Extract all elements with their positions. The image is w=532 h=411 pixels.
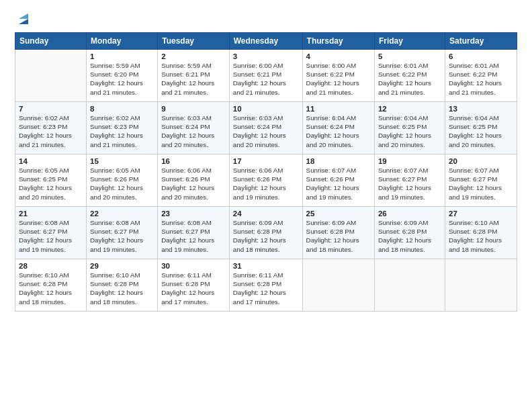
calendar-week-1: 1Sunrise: 5:59 AM Sunset: 6:20 PM Daylig… <box>15 50 517 102</box>
calendar-cell: 17Sunrise: 6:06 AM Sunset: 6:26 PM Dayli… <box>229 154 302 207</box>
calendar-week-2: 7Sunrise: 6:02 AM Sunset: 6:23 PM Daylig… <box>15 102 517 154</box>
calendar-cell <box>374 259 445 312</box>
day-info: Sunrise: 6:02 AM Sunset: 6:23 PM Dayligh… <box>19 113 83 149</box>
day-number: 22 <box>90 210 154 218</box>
calendar-cell <box>445 259 517 312</box>
day-number: 3 <box>233 52 299 60</box>
column-header-monday: Monday <box>86 33 157 50</box>
calendar-cell: 29Sunrise: 6:10 AM Sunset: 6:28 PM Dayli… <box>86 259 157 312</box>
day-number: 19 <box>378 157 441 165</box>
day-number: 10 <box>233 105 299 113</box>
day-info: Sunrise: 6:05 AM Sunset: 6:25 PM Dayligh… <box>19 166 83 201</box>
day-number: 24 <box>233 210 299 218</box>
calendar-header-row: SundayMondayTuesdayWednesdayThursdayFrid… <box>15 33 517 50</box>
calendar-cell: 22Sunrise: 6:08 AM Sunset: 6:27 PM Dayli… <box>86 207 157 259</box>
calendar-cell: 18Sunrise: 6:07 AM Sunset: 6:26 PM Dayli… <box>302 154 374 207</box>
day-number: 29 <box>90 262 154 270</box>
day-info: Sunrise: 6:03 AM Sunset: 6:24 PM Dayligh… <box>161 113 226 149</box>
column-header-friday: Friday <box>374 33 445 50</box>
calendar-cell: 3Sunrise: 6:00 AM Sunset: 6:21 PM Daylig… <box>229 50 302 102</box>
calendar-cell: 19Sunrise: 6:07 AM Sunset: 6:27 PM Dayli… <box>374 154 445 207</box>
logo-icon <box>16 12 31 27</box>
day-number: 14 <box>19 157 83 165</box>
day-info: Sunrise: 6:10 AM Sunset: 6:28 PM Dayligh… <box>19 271 83 306</box>
column-header-saturday: Saturday <box>445 33 517 50</box>
column-header-tuesday: Tuesday <box>158 33 230 50</box>
calendar-cell: 25Sunrise: 6:09 AM Sunset: 6:28 PM Dayli… <box>302 207 374 259</box>
day-number: 13 <box>449 105 513 113</box>
day-number: 17 <box>233 157 299 165</box>
calendar-week-5: 28Sunrise: 6:10 AM Sunset: 6:28 PM Dayli… <box>15 259 517 312</box>
day-info: Sunrise: 5:59 AM Sunset: 6:20 PM Dayligh… <box>90 61 154 97</box>
day-info: Sunrise: 6:03 AM Sunset: 6:24 PM Dayligh… <box>233 113 299 149</box>
day-number: 4 <box>306 52 371 60</box>
calendar-cell: 12Sunrise: 6:04 AM Sunset: 6:25 PM Dayli… <box>374 102 445 154</box>
day-info: Sunrise: 6:07 AM Sunset: 6:27 PM Dayligh… <box>449 166 513 201</box>
day-number: 21 <box>19 210 83 218</box>
calendar-cell: 23Sunrise: 6:08 AM Sunset: 6:27 PM Dayli… <box>158 207 230 259</box>
day-number: 11 <box>306 105 371 113</box>
day-number: 18 <box>306 157 371 165</box>
calendar-cell: 31Sunrise: 6:11 AM Sunset: 6:28 PM Dayli… <box>229 259 302 312</box>
day-number: 2 <box>161 52 226 60</box>
day-info: Sunrise: 6:04 AM Sunset: 6:25 PM Dayligh… <box>449 113 513 149</box>
day-number: 9 <box>161 105 226 113</box>
calendar-week-3: 14Sunrise: 6:05 AM Sunset: 6:25 PM Dayli… <box>15 154 517 207</box>
day-info: Sunrise: 6:11 AM Sunset: 6:28 PM Dayligh… <box>233 271 299 306</box>
day-info: Sunrise: 6:10 AM Sunset: 6:28 PM Dayligh… <box>449 218 513 254</box>
calendar-cell: 27Sunrise: 6:10 AM Sunset: 6:28 PM Dayli… <box>445 207 517 259</box>
calendar-cell: 4Sunrise: 6:00 AM Sunset: 6:22 PM Daylig… <box>302 50 374 102</box>
day-info: Sunrise: 6:06 AM Sunset: 6:26 PM Dayligh… <box>233 166 299 201</box>
day-info: Sunrise: 6:04 AM Sunset: 6:25 PM Dayligh… <box>378 113 441 149</box>
svg-marker-0 <box>19 19 28 24</box>
day-info: Sunrise: 6:10 AM Sunset: 6:28 PM Dayligh… <box>90 271 154 306</box>
calendar-cell: 24Sunrise: 6:09 AM Sunset: 6:28 PM Dayli… <box>229 207 302 259</box>
day-info: Sunrise: 6:06 AM Sunset: 6:26 PM Dayligh… <box>161 166 226 201</box>
calendar-cell: 7Sunrise: 6:02 AM Sunset: 6:23 PM Daylig… <box>15 102 87 154</box>
calendar-cell: 6Sunrise: 6:01 AM Sunset: 6:22 PM Daylig… <box>445 50 517 102</box>
calendar-cell: 26Sunrise: 6:09 AM Sunset: 6:28 PM Dayli… <box>374 207 445 259</box>
day-number: 6 <box>449 52 513 60</box>
page: SundayMondayTuesdayWednesdayThursdayFrid… <box>0 0 532 411</box>
day-number: 15 <box>90 157 154 165</box>
column-header-wednesday: Wednesday <box>229 33 302 50</box>
calendar-cell: 13Sunrise: 6:04 AM Sunset: 6:25 PM Dayli… <box>445 102 517 154</box>
day-info: Sunrise: 6:08 AM Sunset: 6:27 PM Dayligh… <box>90 218 154 254</box>
day-info: Sunrise: 6:08 AM Sunset: 6:27 PM Dayligh… <box>161 218 226 254</box>
calendar-cell: 16Sunrise: 6:06 AM Sunset: 6:26 PM Dayli… <box>158 154 230 207</box>
day-number: 8 <box>90 105 154 113</box>
calendar-cell: 15Sunrise: 6:05 AM Sunset: 6:26 PM Dayli… <box>86 154 157 207</box>
day-info: Sunrise: 6:00 AM Sunset: 6:21 PM Dayligh… <box>233 61 299 97</box>
column-header-sunday: Sunday <box>15 33 87 50</box>
calendar-cell: 8Sunrise: 6:02 AM Sunset: 6:23 PM Daylig… <box>86 102 157 154</box>
day-info: Sunrise: 6:09 AM Sunset: 6:28 PM Dayligh… <box>306 218 371 254</box>
calendar-table: SundayMondayTuesdayWednesdayThursdayFrid… <box>15 32 517 312</box>
calendar-cell: 28Sunrise: 6:10 AM Sunset: 6:28 PM Dayli… <box>15 259 87 312</box>
calendar-cell: 1Sunrise: 5:59 AM Sunset: 6:20 PM Daylig… <box>86 50 157 102</box>
day-info: Sunrise: 6:00 AM Sunset: 6:22 PM Dayligh… <box>306 61 371 97</box>
day-info: Sunrise: 5:59 AM Sunset: 6:21 PM Dayligh… <box>161 61 226 97</box>
column-header-thursday: Thursday <box>302 33 374 50</box>
calendar-cell: 30Sunrise: 6:11 AM Sunset: 6:28 PM Dayli… <box>158 259 230 312</box>
day-info: Sunrise: 6:07 AM Sunset: 6:27 PM Dayligh… <box>378 166 441 201</box>
logo <box>15 12 31 26</box>
day-info: Sunrise: 6:05 AM Sunset: 6:26 PM Dayligh… <box>90 166 154 201</box>
calendar-cell: 21Sunrise: 6:08 AM Sunset: 6:27 PM Dayli… <box>15 207 87 259</box>
day-number: 20 <box>449 157 513 165</box>
day-number: 7 <box>19 105 83 113</box>
calendar-cell: 9Sunrise: 6:03 AM Sunset: 6:24 PM Daylig… <box>158 102 230 154</box>
calendar-cell <box>15 50 87 102</box>
day-number: 5 <box>378 52 441 60</box>
day-number: 27 <box>449 210 513 218</box>
svg-marker-1 <box>19 13 28 19</box>
calendar-cell: 2Sunrise: 5:59 AM Sunset: 6:21 PM Daylig… <box>158 50 230 102</box>
day-info: Sunrise: 6:01 AM Sunset: 6:22 PM Dayligh… <box>378 61 441 97</box>
day-number: 25 <box>306 210 371 218</box>
calendar-cell: 20Sunrise: 6:07 AM Sunset: 6:27 PM Dayli… <box>445 154 517 207</box>
calendar-cell: 11Sunrise: 6:04 AM Sunset: 6:24 PM Dayli… <box>302 102 374 154</box>
day-number: 26 <box>378 210 441 218</box>
day-info: Sunrise: 6:09 AM Sunset: 6:28 PM Dayligh… <box>378 218 441 254</box>
day-number: 31 <box>233 262 299 270</box>
header <box>15 12 517 26</box>
day-info: Sunrise: 6:04 AM Sunset: 6:24 PM Dayligh… <box>306 113 371 149</box>
